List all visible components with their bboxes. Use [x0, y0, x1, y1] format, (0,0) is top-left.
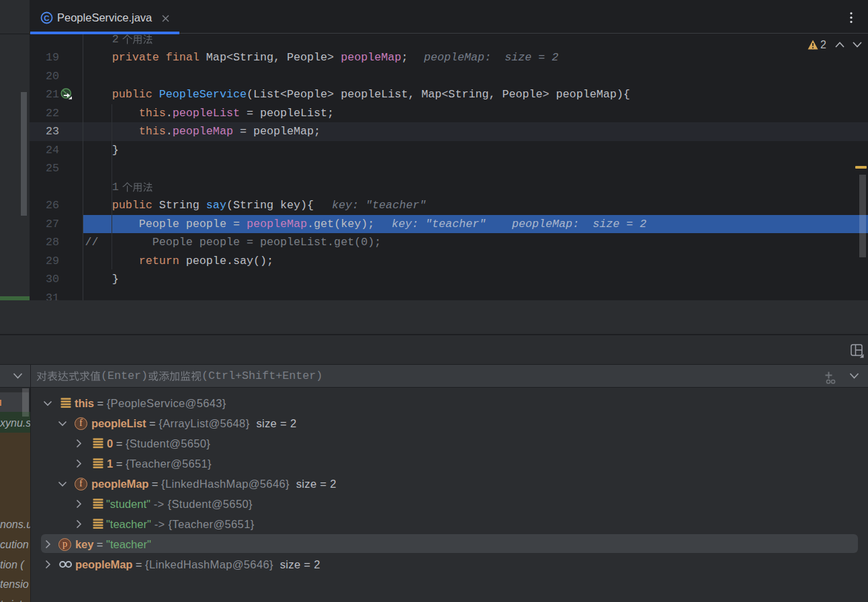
- svg-text:C: C: [44, 14, 49, 22]
